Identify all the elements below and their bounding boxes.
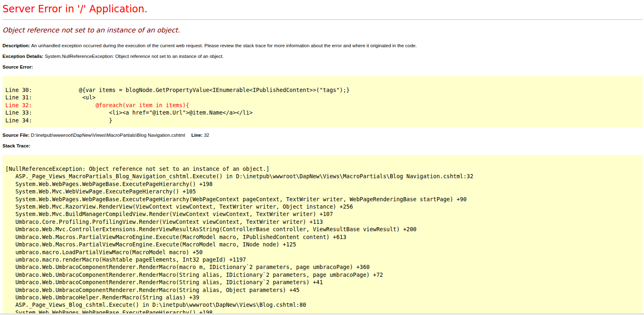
stack-trace-box: [NullReferenceException: Object referenc… (2, 155, 643, 315)
line-number-label: Line: (191, 133, 202, 138)
horizontal-scrollbar-track[interactable] (0, 313, 644, 315)
source-file-path: D:\inetpub\wwwroot\DapNew\Views\MacroPar… (31, 133, 185, 138)
code-line: Umbraco.Web.UmbracoComponentRenderer.Ren… (5, 286, 639, 294)
code-line: Umbraco.Web.UmbracoComponentRenderer.Ren… (5, 278, 639, 286)
code-line: Line 30: @{var items = blogNode.GetPrope… (5, 86, 639, 94)
code-line: [NullReferenceException: Object referenc… (5, 165, 639, 172)
source-file-line: Source File: D:\inetpub\wwwroot\DapNew\V… (2, 133, 643, 138)
exception-details-label: Exception Details: (2, 54, 44, 59)
code-line: Umbraco.Web.UmbracoComponentRenderer.Ren… (5, 263, 639, 271)
description-line: Description: An unhandled exception occu… (2, 43, 643, 48)
server-error-page: Server Error in '/' Application. Object … (0, 2, 644, 315)
code-line: Umbraco.Web.Macros.PartialViewMacroEngin… (5, 233, 639, 241)
code-line: umbraco.macro.LoadPartialViewMacro(Macro… (5, 248, 639, 256)
description-text: An unhandled exception occurred during t… (31, 43, 417, 48)
source-error-box: Line 30: @{var items = blogNode.GetPrope… (2, 76, 643, 127)
exception-details-line: Exception Details: System.NullReferenceE… (2, 54, 643, 59)
stack-trace-heading: Stack Trace: (2, 143, 643, 149)
error-message-subtitle: Object reference not set to an instance … (2, 26, 643, 35)
code-line: ASP._Page_Views_Blog_cshtml.Execute() in… (5, 301, 639, 308)
code-line: Line 32: @foreach(var item in items){ (5, 101, 639, 109)
exception-details-text: System.NullReferenceException: Object re… (45, 54, 224, 59)
title-divider (2, 19, 643, 20)
page-title: Server Error in '/' Application. (2, 2, 643, 16)
code-line: Umbraco.Web.Macros.PartialViewMacroEngin… (5, 241, 639, 248)
stack-trace-label: Stack Trace: (2, 143, 30, 148)
code-line: Line 34: } (5, 117, 639, 124)
description-label: Description: (2, 43, 30, 48)
source-error-label: Source Error: (2, 64, 33, 69)
code-line: Line 31: <ul> (5, 94, 639, 101)
source-error-code: Line 30: @{var items = blogNode.GetPrope… (5, 86, 639, 124)
code-line: Line 33: <li><a href="@item.Url">@item.N… (5, 109, 639, 116)
code-line: System.Web.Mvc.BuildManagerCompiledView.… (5, 210, 639, 218)
code-line: System.Web.Mvc.WebViewPage.ExecutePageHi… (5, 188, 639, 195)
code-line: Umbraco.Web.Mvc.ControllerExtensions.Ren… (5, 225, 639, 233)
code-line: System.Web.Mvc.RazorView.RenderView(View… (5, 203, 639, 210)
source-error-heading: Source Error: (2, 64, 643, 70)
code-line: umbraco.macro.renderMacro(Hashtable page… (5, 256, 639, 263)
code-line: Umbraco.Web.UmbracoComponentRenderer.Ren… (5, 271, 639, 278)
code-line: Umbraco.Core.Profiling.ProfilingView.Ren… (5, 218, 639, 225)
source-file-label: Source File: (2, 133, 30, 138)
code-line: ASP._Page_Views_MacroPartials_Blog_Navig… (5, 172, 639, 180)
code-line: System.Web.WebPages.WebPageBase.ExecuteP… (5, 195, 639, 203)
line-number-value: 32 (204, 133, 209, 138)
code-line: System.Web.WebPages.WebPageBase.ExecuteP… (5, 180, 639, 188)
stack-trace-code: [NullReferenceException: Object referenc… (5, 165, 639, 315)
code-line: Umbraco.Web.UmbracoHelper.RenderMacro(St… (5, 294, 639, 301)
